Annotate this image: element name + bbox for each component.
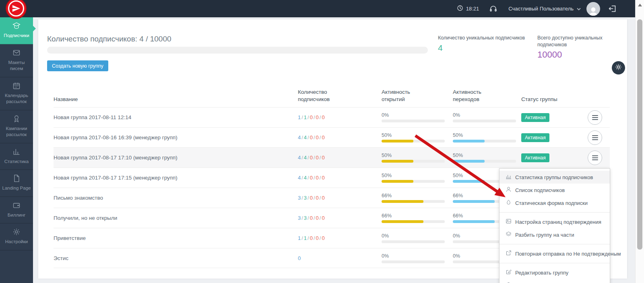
col-header-open-activity: Активность открытий (382, 89, 430, 103)
menu-item-static-form[interactable]: Статическая форма подписки (500, 196, 610, 209)
col-header-name: Название (54, 96, 298, 103)
table-row: Новая группа 2017-08-17 17:10 (менеджер … (54, 147, 610, 167)
group-name[interactable]: Новая группа 2017-08-17 17:15 (менеджер … (54, 175, 298, 181)
open-activity-bar: 66% (382, 193, 453, 203)
group-status-cell: Активная (521, 153, 588, 162)
menu-item-split-group[interactable]: Разбить группу на части (500, 228, 610, 241)
menu-item-edit-group[interactable]: Редактировать группу (500, 266, 610, 279)
menu-item-confirm-pages[interactable]: Настройка страниц подтверждения (500, 215, 610, 228)
table-row: Новая группа 2017-08-11 12:141/1/0/0/00%… (54, 107, 610, 127)
group-context-menu: Статистика группы подписчиковСписок подп… (499, 168, 610, 283)
menu-divider (500, 263, 610, 263)
menu-divider (500, 212, 610, 213)
open-activity-bar: 66% (382, 213, 453, 223)
layers-icon (506, 231, 512, 238)
menu-item-label: Разбить группу на части (515, 232, 574, 238)
open-activity-bar: 50% (382, 173, 453, 183)
sidebar-item-label: Календарь рассылок (5, 93, 28, 104)
group-name[interactable]: Письмо знакомство (54, 195, 298, 201)
group-name[interactable]: Эстис (54, 255, 298, 261)
row-menu-button[interactable] (588, 110, 602, 125)
avatar[interactable] (586, 2, 600, 16)
subscriber-counts: 3/3/0/0/0 (298, 215, 382, 221)
sidebar-item-label: Подписчики (4, 33, 29, 38)
share-icon (506, 250, 512, 257)
sidebar-item-label: Кампании рассылок (6, 126, 27, 137)
scrollbar-thumb[interactable] (637, 19, 642, 250)
logout-icon[interactable] (608, 4, 617, 13)
unique-subscribers-stat: Количество уникальных подписчиков 4 (438, 35, 539, 53)
support-headphones-icon[interactable] (489, 5, 497, 12)
menu-item-label: Повторная отправка по Не подтвержденым (515, 251, 621, 257)
open-activity-bar: 50% (382, 132, 453, 143)
gear-icon (615, 64, 622, 72)
sidebar-item-label: Landing Page (2, 186, 31, 190)
page-scrollbar[interactable] (635, 0, 644, 283)
sidebar-item-label: Биллинг (8, 213, 25, 217)
scrollbar-up-arrow[interactable] (638, 2, 642, 6)
sidebar-item-calendar[interactable]: Календарь рассылок (0, 77, 33, 110)
col-header-click-activity: Активность переходов (453, 89, 501, 103)
menu-item-delete-group[interactable]: Удалить группу (500, 279, 610, 283)
status-badge: Активная (521, 153, 549, 162)
group-name[interactable]: Новая группа 2017-08-16 16:39 (менеджер … (54, 134, 298, 140)
table-settings-button[interactable] (612, 61, 625, 74)
click-activity-bar: 50% (453, 132, 521, 143)
col-header-group-status: Статус группы (521, 96, 570, 103)
open-activity-bar: 0% (382, 253, 453, 263)
subscriber-counts: 4/4/0/0/0 (298, 175, 382, 181)
calendar-icon (1, 82, 32, 91)
row-menu-button[interactable] (588, 130, 602, 145)
unique-subscribers-label: Количество уникальных подписчиков (438, 35, 539, 41)
total-available-value: 10000 (537, 50, 618, 60)
group-status-cell: Активная (521, 113, 588, 122)
topbar-time: 18:21 (466, 6, 479, 12)
subscriber-counts: 1/1/0/0/0 (298, 235, 382, 241)
status-badge: Активная (521, 133, 549, 142)
sidebar-item-settings[interactable]: Настройки (0, 223, 33, 250)
row-menu-button[interactable] (588, 151, 602, 165)
subscriber-counts: 4/4/0/0/0 (298, 155, 382, 161)
edit-icon (506, 269, 512, 276)
user-icon (506, 186, 512, 194)
menu-item-subscriber-list[interactable]: Список подписчиков (500, 184, 610, 196)
user-menu[interactable]: Счастливый Пользователь (508, 6, 581, 12)
open-activity-bar: 50% (382, 153, 453, 163)
droplet-icon (506, 199, 512, 207)
group-name[interactable]: Новая группа 2017-08-17 17:10 (менеджер … (54, 155, 298, 161)
sidebar-item-label: Макеты писем (8, 60, 25, 71)
subscriber-counts: 3/3/0/0/0 (298, 195, 382, 201)
group-name[interactable]: Приветствие (54, 235, 298, 241)
sidebar-item-subscribers[interactable]: Подписчики (0, 17, 33, 44)
bar-chart-icon (506, 174, 512, 181)
create-group-button[interactable]: Создать новую группу (47, 60, 108, 71)
subscribers-progressbar (47, 47, 428, 54)
sidebar-item-label: Настройки (5, 239, 28, 244)
sidebar-item-landing[interactable]: Landing Page (0, 170, 33, 197)
group-name[interactable]: Новая группа 2017-08-11 12:14 (54, 114, 298, 120)
menu-item-resend-unconfirmed[interactable]: Повторная отправка по Не подтвержденым (500, 247, 610, 260)
subscribers-icon (1, 22, 32, 31)
group-status-cell: Активная (521, 133, 588, 142)
sidebar-item-templates[interactable]: Макеты писем (0, 44, 33, 77)
col-header-subscriber-count: Количество подписчиков (298, 89, 346, 103)
sidebar-item-campaigns[interactable]: Кампании рассылок (0, 110, 33, 143)
status-badge: Активная (521, 113, 549, 122)
stats-icon (1, 148, 32, 157)
menu-item-group-stats[interactable]: Статистика группы подписчиков (500, 171, 610, 184)
gear-icon (1, 228, 32, 237)
clock-icon (457, 5, 463, 12)
subscriber-counts: 1/1/0/0/0 (298, 114, 382, 120)
total-available-stat: Всего доступно уникальных подписчиков 10… (537, 35, 618, 60)
page-icon (1, 174, 32, 183)
group-name[interactable]: Получили, но не открыли (54, 215, 298, 221)
wallet-icon (1, 201, 32, 210)
table-row: Новая группа 2017-08-16 16:39 (менеджер … (54, 127, 610, 147)
menu-item-label: Статистика группы подписчиков (515, 174, 593, 180)
chevron-down-icon (577, 6, 581, 12)
sidebar-item-statistics[interactable]: Статистика (0, 143, 33, 170)
unique-subscribers-value: 4 (438, 43, 539, 53)
sidebar-item-billing[interactable]: Биллинг (0, 197, 33, 224)
sidebar-item-label: Статистика (4, 159, 29, 164)
sidebar: ПодписчикиМакеты писемКалендарь рассылок… (0, 17, 33, 283)
